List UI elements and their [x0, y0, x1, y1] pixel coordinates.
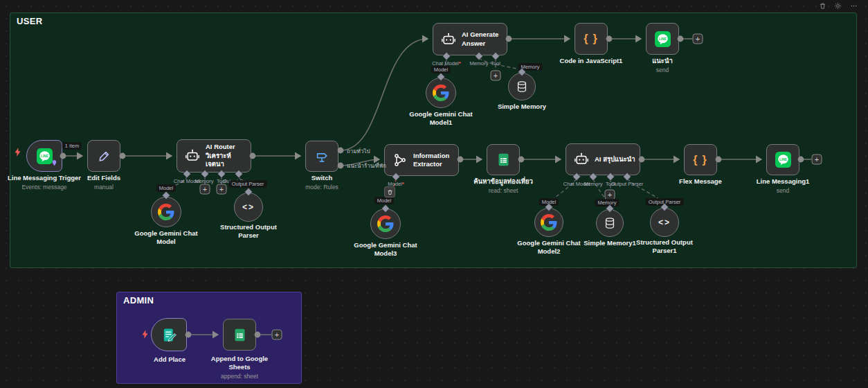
switch-label: Switchmode: Rules — [287, 174, 356, 191]
structured-output-parser1-name: Structured Output Parser1 — [626, 238, 703, 255]
database-icon — [603, 216, 617, 230]
line-messaging1-name: Line Messaging1 — [741, 177, 824, 186]
add-place-trigger-node[interactable] — [151, 318, 187, 351]
switch-node[interactable] — [305, 141, 338, 172]
database-icon — [515, 80, 529, 94]
delete-icon[interactable] — [819, 2, 826, 10]
ai-router-node[interactable]: AI Router วิเคราะห์เจตนา — [177, 139, 251, 173]
more-icon[interactable] — [849, 2, 858, 10]
port-label-text: Output Parser — [611, 181, 644, 187]
search-travel-data-sheet-subtitle: read: sheet — [455, 187, 552, 194]
switch-subtitle: mode: Rules — [287, 184, 356, 191]
robot-icon — [185, 148, 200, 164]
simple-memory1-node[interactable] — [596, 209, 624, 237]
append-to-google-sheets-subtitle: append: sheet — [201, 373, 278, 380]
naenam-line-send-subtitle: send — [628, 67, 697, 73]
simple-memory-name: Simple Memory — [484, 103, 560, 111]
code-in-javascript1-node[interactable]: { } — [575, 23, 608, 55]
ai-generate-answer-title: AI Generate Answer — [462, 30, 505, 48]
information-extractor-node[interactable]: Information Extractor — [384, 144, 459, 176]
add-node-button[interactable]: + — [200, 184, 210, 195]
ai-summary-title: AI สรุปแนะนำ — [595, 155, 635, 164]
edit-fields-name: Edit Fields — [69, 174, 138, 182]
structured-output-parser1-label: Structured Output Parser1 — [626, 238, 703, 255]
switch-name: Switch — [287, 174, 356, 182]
lightning-bolt-icon — [12, 147, 23, 160]
add-node-button[interactable]: + — [693, 34, 703, 44]
braces-icon: { } — [584, 33, 599, 45]
lightning-bolt-icon — [140, 329, 150, 342]
workflow-canvas[interactable]: USER ADMIN — [0, 0, 868, 388]
add-node-button[interactable]: + — [491, 71, 501, 81]
delete-connection-button[interactable] — [384, 186, 395, 197]
structured-output-parser-name: Structured Output Parser — [210, 223, 287, 240]
structured-output-parser1-node[interactable]: <> — [650, 208, 679, 237]
google-gemini-chat-model1-node[interactable] — [426, 78, 456, 108]
robot-icon — [441, 32, 456, 47]
simple-memory-label: Simple Memory — [484, 103, 560, 111]
edit-fields-node[interactable] — [87, 140, 120, 172]
google-icon — [377, 215, 394, 232]
port-label-text: Tool — [491, 60, 500, 67]
line-messaging1-node[interactable]: LINE — [766, 144, 799, 175]
add-node-button[interactable]: + — [217, 184, 227, 195]
port-label-memory: Memory — [469, 60, 488, 67]
ai-generate-answer-node[interactable]: AI Generate Answer — [433, 23, 507, 55]
google-gemini-chat-model-node[interactable] — [151, 197, 181, 227]
structured-output-parser-node[interactable]: <> — [234, 193, 263, 222]
search-travel-data-sheet-label: ค้นหาข้อมูลท่องเที่ยวread: sheet — [455, 177, 552, 194]
required-mark: * — [459, 60, 461, 67]
switch-output-label-bottom: แนะนำร้าน/ที่พัก — [347, 161, 386, 170]
svg-text:LINE: LINE — [41, 154, 48, 157]
ai-summary-node[interactable]: AI สรุปแนะนำ — [566, 143, 640, 175]
code-brackets-icon: <> — [242, 202, 255, 212]
connection-label-model: Model — [431, 66, 451, 73]
google-gemini-chat-model-name: Google Gemini Chat Model — [125, 229, 207, 246]
search-travel-data-sheet-node[interactable] — [487, 144, 520, 175]
connection-label-one_item: 1 item — [62, 142, 82, 150]
line-icon: LINE — [655, 31, 671, 47]
naenam-line-send-node[interactable]: LINE — [646, 23, 679, 55]
flex-message-name: Flex Message — [662, 177, 739, 186]
line-icon: LINE — [775, 152, 791, 168]
add-node-button[interactable]: + — [812, 155, 822, 165]
port-label-memory: Memory — [584, 181, 602, 187]
svg-text:LINE: LINE — [659, 37, 667, 40]
google-icon — [541, 214, 557, 231]
gear-icon[interactable] — [834, 2, 842, 10]
google-gemini-chat-model-label: Google Gemini Chat Model — [125, 229, 207, 246]
add-place-trigger-name: Add Place — [135, 355, 204, 364]
connection-label-model: Model — [374, 197, 394, 204]
connection-label-model: Model — [156, 184, 176, 192]
connection-label-output_parser: Output Parser — [646, 198, 684, 206]
form-icon — [161, 327, 177, 343]
google-gemini-chat-model1-name: Google Gemini Chat Model1 — [400, 110, 482, 127]
port-label-text: Memory — [584, 181, 602, 187]
port-label-text: Memory — [469, 60, 488, 67]
search-travel-data-sheet-name: ค้นหาข้อมูลท่องเที่ยว — [455, 177, 552, 186]
connection-label-output_parser: Output Parser — [229, 180, 267, 188]
code-in-javascript1-name: Code in JavaScript1 — [543, 57, 640, 65]
google-gemini-chat-model3-label: Google Gemini Chat Model3 — [345, 241, 426, 258]
add-place-trigger-label: Add Place — [135, 355, 204, 364]
connection-label-memory: Memory — [595, 199, 619, 206]
google-gemini-chat-model3-node[interactable] — [370, 209, 401, 239]
google-icon — [158, 204, 174, 220]
pencil-icon — [97, 149, 111, 164]
simple-memory-node[interactable] — [508, 73, 536, 100]
port-label-output_parser: Output Parser — [611, 181, 644, 187]
structured-output-parser-label: Structured Output Parser — [210, 223, 287, 240]
flex-message-node[interactable]: { } — [684, 144, 717, 175]
google-gemini-chat-model1-label: Google Gemini Chat Model1 — [400, 110, 482, 127]
pinned-data-icon — [51, 157, 58, 170]
share-nodes-icon — [392, 152, 408, 168]
information-extractor-title: Information Extractor — [413, 152, 456, 169]
append-to-google-sheets-node[interactable] — [223, 319, 256, 351]
add-node-button[interactable]: + — [272, 330, 282, 340]
required-mark: * — [402, 181, 404, 187]
line-messaging-trigger-node[interactable]: LINE — [26, 140, 62, 172]
google-gemini-chat-model2-node[interactable] — [534, 208, 563, 237]
google-gemini-chat-model3-name: Google Gemini Chat Model3 — [345, 241, 426, 258]
edit-fields-label: Edit Fieldsmanual — [69, 174, 138, 191]
sticky-toolbar — [819, 2, 858, 10]
